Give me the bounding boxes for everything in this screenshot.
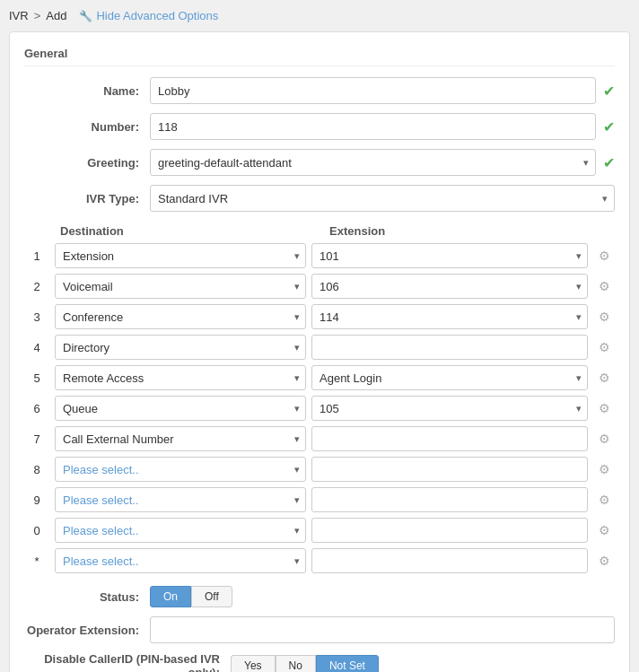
dest-select-1[interactable]: Extension xyxy=(55,243,306,268)
dest-row-2: 2 Voicemail 106 ⚙ xyxy=(24,274,615,299)
dest-num-4: 4 xyxy=(24,341,49,354)
dest-select-9[interactable]: Please select.. xyxy=(55,487,306,512)
ext-empty-0 xyxy=(311,518,588,543)
status-toggle-group: On Off xyxy=(150,586,232,607)
operator-label: Operator Extension: xyxy=(24,624,150,637)
advanced-options-label: Hide Advanced Options xyxy=(96,9,218,22)
gear-btn-8[interactable]: ⚙ xyxy=(593,458,615,480)
status-label: Status: xyxy=(24,590,150,604)
dest-row-3: 3 Conference 114 ⚙ xyxy=(24,304,615,329)
number-input[interactable] xyxy=(150,113,596,140)
dest-select-3[interactable]: Conference xyxy=(55,304,306,329)
dest-row-8: 8 Please select.. ⚙ xyxy=(24,457,615,482)
ext-empty-7 xyxy=(311,426,588,451)
callerid-row: Disable CallerID (PIN-based IVR only): Y… xyxy=(24,652,615,672)
dest-row-7: 7 Call External Number ⚙ xyxy=(24,426,615,451)
ext-select-6[interactable]: 105 xyxy=(311,396,588,421)
dest-row-5: 5 Remote Access Agent Login ⚙ xyxy=(24,365,615,390)
name-input[interactable] xyxy=(150,77,596,104)
ext-empty-star xyxy=(311,548,588,573)
status-on-button[interactable]: On xyxy=(150,586,191,607)
callerid-toggle-group: Yes No Not Set xyxy=(231,655,379,672)
greeting-row: Greeting: greeting-default-attendant ✔ xyxy=(24,149,615,176)
ivr-type-select[interactable]: Standard IVR xyxy=(150,185,615,212)
dest-row-1: 1 Extension 101 ⚙ xyxy=(24,243,615,268)
destinations-section: Destination Extension 1 Extension 101 ⚙ … xyxy=(24,224,615,573)
ext-empty-8 xyxy=(311,457,588,482)
callerid-no-button[interactable]: No xyxy=(276,655,316,672)
dest-row-0: 0 Please select.. ⚙ xyxy=(24,518,615,543)
gear-btn-3[interactable]: ⚙ xyxy=(593,306,615,327)
greeting-label: Greeting: xyxy=(24,156,150,170)
dest-row-4: 4 Directory ⚙ xyxy=(24,335,615,360)
callerid-notset-button[interactable]: Not Set xyxy=(316,655,379,672)
gear-btn-1[interactable]: ⚙ xyxy=(593,245,615,266)
dest-num-0: 0 xyxy=(24,524,49,537)
gear-btn-2[interactable]: ⚙ xyxy=(593,275,615,297)
ext-select-1[interactable]: 101 xyxy=(311,243,588,268)
dest-num-7: 7 xyxy=(24,432,49,446)
dest-num-star: * xyxy=(24,554,49,568)
dest-num-9: 9 xyxy=(24,493,49,507)
ext-select-5[interactable]: Agent Login xyxy=(311,365,588,390)
dest-row-star: * Please select.. ⚙ xyxy=(24,548,615,573)
gear-btn-4[interactable]: ⚙ xyxy=(593,336,615,358)
name-label: Name: xyxy=(24,84,150,98)
dest-select-4[interactable]: Directory xyxy=(55,335,306,360)
breadcrumb-separator: > xyxy=(34,9,41,22)
callerid-label: Disable CallerID (PIN-based IVR only): xyxy=(24,652,231,672)
gear-btn-9[interactable]: ⚙ xyxy=(593,489,615,511)
dest-select-star[interactable]: Please select.. xyxy=(55,548,306,573)
dest-select-0[interactable]: Please select.. xyxy=(55,518,306,543)
advanced-options-link[interactable]: 🔧 Hide Advanced Options xyxy=(79,9,218,22)
number-check-icon: ✔ xyxy=(603,118,615,135)
name-check-icon: ✔ xyxy=(603,83,615,100)
general-section-title: General xyxy=(24,47,615,66)
operator-row: Operator Extension: xyxy=(24,616,615,643)
dest-num-5: 5 xyxy=(24,371,49,385)
ext-empty-4 xyxy=(311,335,588,360)
breadcrumb-add: Add xyxy=(46,9,66,22)
ext-empty-9 xyxy=(311,487,588,512)
greeting-select[interactable]: greeting-default-attendant xyxy=(150,149,596,176)
callerid-yes-button[interactable]: Yes xyxy=(231,655,276,672)
number-label: Number: xyxy=(24,120,150,134)
ivr-type-label: IVR Type: xyxy=(24,192,150,205)
dest-select-6[interactable]: Queue xyxy=(55,396,306,421)
dest-select-5[interactable]: Remote Access xyxy=(55,365,306,390)
status-row: Status: On Off xyxy=(24,586,615,607)
gear-btn-5[interactable]: ⚙ xyxy=(593,367,615,388)
dest-num-6: 6 xyxy=(24,402,49,415)
gear-btn-7[interactable]: ⚙ xyxy=(593,428,615,449)
name-row: Name: ✔ xyxy=(24,77,615,104)
ivr-type-row: IVR Type: Standard IVR xyxy=(24,185,615,212)
gear-btn-6[interactable]: ⚙ xyxy=(593,397,615,419)
dest-row-6: 6 Queue 105 ⚙ xyxy=(24,396,615,421)
ext-select-3[interactable]: 114 xyxy=(311,304,588,329)
destination-header: Destination xyxy=(60,224,320,238)
breadcrumb-ivr[interactable]: IVR xyxy=(9,9,29,22)
status-off-button[interactable]: Off xyxy=(191,586,232,607)
operator-extension-input[interactable] xyxy=(150,616,615,643)
dest-select-8[interactable]: Please select.. xyxy=(55,457,306,482)
dest-select-2[interactable]: Voicemail xyxy=(55,274,306,299)
extension-header: Extension xyxy=(320,224,615,238)
dest-num-1: 1 xyxy=(24,249,49,263)
dest-num-2: 2 xyxy=(24,280,49,293)
gear-btn-star[interactable]: ⚙ xyxy=(593,550,615,572)
number-row: Number: ✔ xyxy=(24,113,615,140)
greeting-check-icon: ✔ xyxy=(603,154,615,171)
dest-num-3: 3 xyxy=(24,310,49,324)
gear-btn-0[interactable]: ⚙ xyxy=(593,519,615,541)
ext-select-2[interactable]: 106 xyxy=(311,274,588,299)
wrench-icon: 🔧 xyxy=(79,10,92,22)
dest-row-9: 9 Please select.. ⚙ xyxy=(24,487,615,512)
dest-select-7[interactable]: Call External Number xyxy=(55,426,306,451)
dest-num-8: 8 xyxy=(24,463,49,476)
